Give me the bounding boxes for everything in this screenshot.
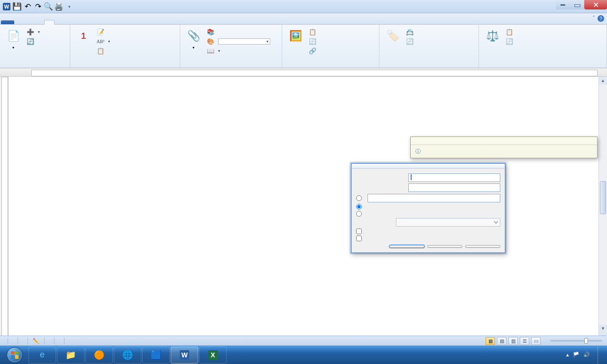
mark-citation-button[interactable]: ⚖️: [482, 27, 503, 46]
taskbar-excel[interactable]: X: [199, 346, 227, 364]
outline-view[interactable]: ☰: [520, 337, 529, 345]
ribbon-minimize-icon[interactable]: ˆ: [593, 15, 595, 22]
cross-ref-input[interactable]: [368, 194, 500, 202]
group-footnotes-label: [73, 65, 177, 67]
insert-citation-button[interactable]: 📎▾: [183, 27, 204, 51]
word-icon: W: [2, 2, 11, 11]
save-icon[interactable]: 💾: [12, 2, 22, 11]
show-desktop-button[interactable]: [598, 346, 602, 364]
taskbar-chrome[interactable]: 🌐: [114, 346, 141, 364]
taskbar-media[interactable]: 🟠: [85, 346, 113, 364]
tab-references[interactable]: [44, 20, 55, 25]
page-range-radio[interactable]: [356, 211, 362, 217]
citation-style-select[interactable]: 🎨 ▾: [206, 37, 271, 46]
scrollbar-thumb[interactable]: [600, 181, 606, 214]
tab-mailings[interactable]: [55, 20, 64, 24]
group-index-label: [382, 65, 476, 67]
italic-checkbox[interactable]: [356, 236, 362, 241]
insert-index-button[interactable]: 📇: [405, 27, 416, 36]
tooltip-title: [411, 137, 597, 141]
next-footnote-button[interactable]: AB¹▾: [96, 37, 111, 46]
insert-caption-button[interactable]: 🖼️: [285, 27, 306, 46]
horizontal-ruler[interactable]: [0, 68, 607, 77]
quick-print-icon[interactable]: 🖨️: [54, 2, 64, 11]
update-index-button: 🔄: [405, 37, 416, 46]
scroll-up-icon[interactable]: ▲: [599, 77, 607, 85]
svg-text:X: X: [211, 351, 215, 359]
tray-show-hidden-icon[interactable]: ▴: [566, 352, 569, 358]
vertical-ruler[interactable]: [0, 77, 9, 349]
close-button[interactable]: ✕: [584, 0, 607, 9]
document-workspace: L ⋮ ▲ ▼ ⬘ ⬙ ⓘ: [0, 68, 607, 349]
table-authorities-button[interactable]: 📋: [505, 27, 516, 36]
dialog-title[interactable]: [351, 164, 505, 169]
qat-dropdown-icon[interactable]: ▾: [64, 2, 74, 11]
info-icon: ⓘ: [415, 148, 421, 155]
mark-index-entry-dialog: [351, 163, 506, 253]
minimize-button[interactable]: ━: [556, 0, 570, 9]
table-of-figures-button[interactable]: 📋: [308, 27, 319, 36]
taskbar-explorer[interactable]: 📁: [57, 346, 84, 364]
maximize-button[interactable]: ▭: [570, 0, 584, 9]
mark-entry-tooltip: ⓘ: [410, 136, 598, 158]
bookmark-select: [396, 218, 500, 227]
insert-endnote-button[interactable]: 📝: [96, 27, 111, 36]
tab-page-layout[interactable]: [35, 20, 44, 24]
add-text-button[interactable]: ➕▾: [26, 27, 41, 36]
vertical-scrollbar[interactable]: ▲ ▼ ⬘ ⬙: [598, 77, 607, 349]
mark-button[interactable]: [389, 245, 424, 248]
print-layout-view[interactable]: ▦: [486, 337, 495, 345]
zoom-slider[interactable]: [550, 340, 602, 342]
tray-flag-icon[interactable]: 🏳️: [573, 352, 579, 358]
print-preview-icon[interactable]: 🔍: [44, 2, 53, 11]
ribbon-tabs: ˆ?: [0, 13, 607, 25]
cross-ref-radio[interactable]: [356, 195, 362, 201]
redo-icon[interactable]: ↷: [33, 2, 43, 11]
bold-checkbox[interactable]: [356, 228, 362, 234]
current-page-radio[interactable]: [356, 204, 362, 209]
titlebar: W 💾 ↶ ↷ 🔍 🖨️ ▾ ━ ▭ ✕: [0, 0, 607, 13]
cross-reference-button[interactable]: 🔗: [308, 46, 319, 55]
group-captions-label: [285, 65, 376, 67]
mark-all-button[interactable]: [427, 245, 462, 248]
tab-review[interactable]: [64, 20, 74, 24]
taskbar-word[interactable]: W: [171, 346, 198, 364]
tab-view[interactable]: [74, 20, 83, 24]
tab-home[interactable]: [16, 20, 25, 24]
help-icon[interactable]: ?: [598, 15, 604, 22]
tray-volume-icon[interactable]: 🔊: [583, 352, 590, 358]
mark-entry-button[interactable]: 🏷️: [382, 27, 403, 46]
group-authorities-label: [482, 65, 604, 67]
insert-footnote-button[interactable]: 1: [73, 27, 94, 46]
sub-entry-input[interactable]: [408, 183, 500, 192]
draft-view[interactable]: ▭: [531, 337, 541, 345]
file-tab[interactable]: [1, 20, 14, 24]
svg-text:W: W: [4, 4, 9, 9]
manage-sources-button[interactable]: 📚: [206, 27, 271, 36]
tooltip-body: [411, 141, 597, 145]
undo-icon[interactable]: ↶: [23, 2, 32, 11]
web-layout-view[interactable]: ▥: [508, 337, 518, 345]
taskbar-app[interactable]: 🟦: [142, 346, 170, 364]
ribbon: 📄▾ ➕▾ 🔄 1 📝 AB¹▾ 📋 📎▾ 📚 🎨 ▾ 📖▾: [0, 25, 607, 68]
toc-button[interactable]: 📄▾: [3, 27, 24, 51]
update-authorities-button: 🔄: [505, 37, 516, 46]
fullscreen-view[interactable]: ▤: [497, 337, 506, 345]
scroll-down-icon[interactable]: ▼: [599, 325, 607, 333]
svg-text:W: W: [181, 351, 188, 359]
bibliography-button[interactable]: 📖▾: [206, 46, 271, 55]
group-citations-label: [183, 65, 279, 67]
group-toc-label: [3, 65, 67, 67]
update-figures-button: 🔄: [308, 37, 319, 46]
update-toc-button[interactable]: 🔄: [26, 37, 41, 46]
spellcheck-icon[interactable]: ✏️: [33, 338, 39, 344]
document-area[interactable]: [9, 77, 598, 349]
status-bar: ✏️ ▦ ▤ ▥ ☰ ▭: [0, 336, 607, 346]
tab-insert[interactable]: [25, 20, 35, 24]
taskbar-ie[interactable]: e: [28, 346, 56, 364]
show-footnotes-button[interactable]: 📋: [96, 46, 111, 55]
main-entry-input[interactable]: [408, 173, 500, 182]
quick-access-toolbar: W 💾 ↶ ↷ 🔍 🖨️ ▾: [2, 2, 74, 11]
start-button[interactable]: [2, 346, 28, 364]
close-dialog-button[interactable]: [465, 245, 500, 248]
